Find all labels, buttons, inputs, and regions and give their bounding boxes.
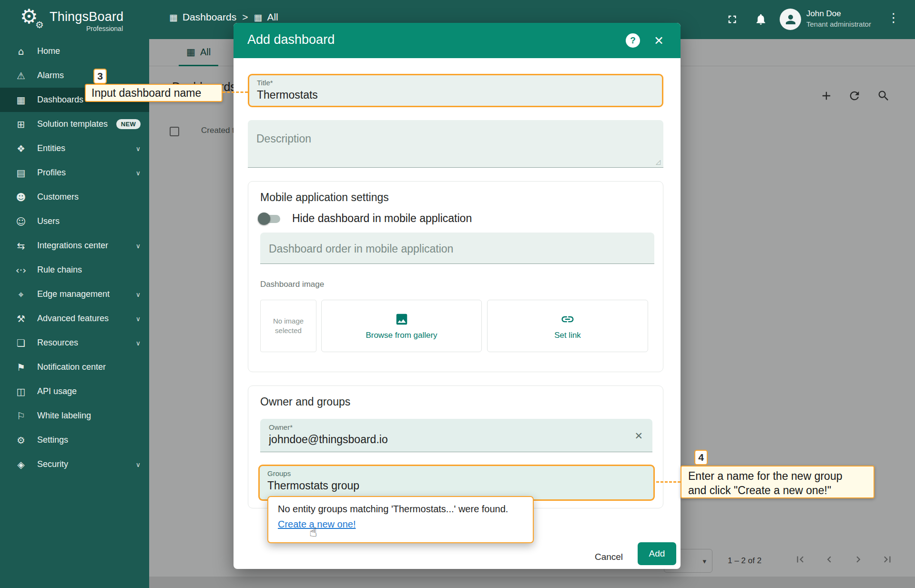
logo[interactable]: ⚙ ⚙ ThingsBoard Professional [0, 0, 149, 39]
groups-field-label: Groups [267, 469, 646, 478]
sidebar-item-integrations-center[interactable]: ⇆ Integrations center ∨ [0, 233, 149, 258]
sidebar-nav: ⌂ Home ⚠ Alarms ▦ Dashboards ⊞ Solution … [0, 39, 149, 476]
breadcrumb-all[interactable]: ▦ All [254, 11, 278, 23]
groups-input[interactable] [267, 478, 646, 492]
fullscreen-icon[interactable] [726, 13, 739, 26]
solution-templates-icon: ⊞ [14, 119, 28, 130]
title-field: Title* [248, 74, 663, 107]
step-3-text: Input dashboard name [92, 87, 201, 100]
sidebar-item-label: Home [37, 46, 60, 56]
home-icon: ⌂ [14, 46, 28, 57]
owner-input[interactable] [269, 432, 644, 446]
dashboards-icon: ▦ [14, 94, 28, 106]
clear-owner-icon[interactable]: ✕ [634, 430, 643, 442]
chevron-down-icon: ∨ [136, 242, 141, 250]
sidebar-item-label: Solution templates [37, 119, 108, 129]
kebab-menu-icon[interactable]: ⋮ [887, 11, 900, 24]
step-4-text-line2: and click "Create a new one!" [688, 483, 867, 497]
sidebar-item-customers[interactable]: ☻ Customers [0, 185, 149, 209]
no-image-text: No image [273, 316, 304, 326]
owner-groups-card: Owner and groups Owner* ✕ Groups [248, 385, 663, 508]
description-field: ◿ [248, 120, 663, 168]
sidebar-item-label: Customers [37, 192, 79, 202]
chevron-down-icon: ∨ [136, 339, 141, 347]
white-labeling-icon: ⚐ [14, 410, 28, 422]
user-name: John Doe [806, 9, 841, 19]
step-4-connector [656, 481, 681, 483]
add-dashboard-dialog: Add dashboard ? ✕ Title* ◿ Mobile applic… [234, 23, 681, 569]
sidebar-item-label: API usage [37, 386, 77, 396]
hide-dashboard-toggle-label: Hide dashboard in mobile application [292, 212, 472, 225]
resize-grip-icon[interactable]: ◿ [656, 158, 661, 165]
new-badge: NEW [116, 119, 141, 129]
no-match-message: No entity groups matching 'Thermostats..… [278, 504, 523, 515]
cursor-hand-icon: ☝ [309, 526, 317, 538]
sidebar-item-profiles[interactable]: ▤ Profiles ∨ [0, 161, 149, 185]
sidebar-item-white-labeling[interactable]: ⚐ White labeling [0, 404, 149, 428]
add-button[interactable]: Add [638, 542, 676, 565]
users-icon: ☺ [14, 216, 28, 227]
mobile-settings-heading: Mobile application settings [260, 191, 389, 204]
sidebar-item-security[interactable]: ◈ Security ∨ [0, 452, 149, 476]
entities-icon: ❖ [14, 143, 28, 154]
step-3-connector [223, 91, 248, 93]
sidebar-item-label: White labeling [37, 411, 91, 421]
description-textarea[interactable] [248, 120, 663, 167]
notifications-bell-icon[interactable] [754, 13, 767, 26]
sidebar-item-advanced-features[interactable]: ⚒ Advanced features ∨ [0, 306, 149, 331]
sidebar-item-label: Alarms [37, 71, 64, 81]
browse-gallery-button[interactable]: Browse from gallery [321, 300, 482, 352]
api-usage-icon: ◫ [14, 386, 28, 397]
security-icon: ◈ [14, 459, 28, 470]
sidebar-item-api-usage[interactable]: ◫ API usage [0, 379, 149, 404]
breadcrumb-dashboards[interactable]: ▦ Dashboards [169, 11, 236, 23]
sidebar-item-users[interactable]: ☺ Users [0, 209, 149, 233]
step-3-badge: 3 [93, 69, 107, 84]
title-input[interactable] [257, 87, 654, 101]
sidebar-item-entities[interactable]: ❖ Entities ∨ [0, 136, 149, 161]
breadcrumb-root-label: Dashboards [183, 11, 236, 23]
sidebar-item-label: Settings [37, 435, 68, 445]
user-avatar[interactable] [780, 9, 801, 30]
settings-icon: ⚙ [14, 435, 28, 446]
user-role: Tenant administrator [806, 20, 871, 28]
browse-gallery-label: Browse from gallery [366, 331, 437, 340]
sidebar-item-label: Edge management [37, 289, 110, 299]
integrations-icon: ⇆ [14, 240, 28, 252]
step-4-badge: 4 [694, 450, 708, 465]
sidebar-item-label: Rule chains [37, 265, 82, 275]
dashboard-order-field [260, 233, 654, 264]
step-4-callout: Enter a name for the new group and click… [681, 466, 874, 498]
hide-dashboard-toggle-knob[interactable] [258, 213, 270, 225]
group-icon: ▦ [254, 13, 262, 22]
screen: ⚙ ⚙ ThingsBoard Professional ⌂ Home ⚠ Al… [0, 0, 915, 588]
set-link-button[interactable]: Set link [487, 300, 648, 352]
owner-field-label: Owner* [269, 423, 644, 432]
sidebar-item-resources[interactable]: ❏ Resources ∨ [0, 331, 149, 355]
breadcrumb-separator: > [242, 11, 248, 23]
logo-title: ThingsBoard [50, 10, 123, 24]
sidebar-item-solution-templates[interactable]: ⊞ Solution templates NEW [0, 112, 149, 136]
sidebar-item-notification-center[interactable]: ⚑ Notification center [0, 355, 149, 379]
profiles-icon: ▤ [14, 167, 28, 179]
sidebar-item-home[interactable]: ⌂ Home [0, 39, 149, 63]
gallery-image-icon [395, 312, 409, 326]
sidebar-item-settings[interactable]: ⚙ Settings [0, 428, 149, 452]
close-icon[interactable]: ✕ [654, 34, 664, 48]
dialog-header: Add dashboard ? ✕ [234, 23, 681, 58]
no-image-text: selected [275, 326, 302, 335]
edge-management-icon: ⌖ [14, 289, 28, 300]
step-4-text-line1: Enter a name for the new group [688, 469, 867, 483]
no-image-preview: No image selected [260, 300, 316, 352]
logo-subtitle: Professional [50, 25, 123, 32]
link-icon [560, 312, 575, 326]
help-icon[interactable]: ? [626, 33, 640, 48]
dialog-title: Add dashboard [247, 32, 335, 47]
sidebar-item-label: Advanced features [37, 314, 109, 324]
sidebar-item-label: Resources [37, 338, 78, 348]
dashboard-order-input[interactable] [269, 241, 646, 255]
step-3-callout: Input dashboard name [85, 84, 223, 102]
sidebar-item-rule-chains[interactable]: ‹·› Rule chains [0, 258, 149, 282]
sidebar-item-edge-management[interactable]: ⌖ Edge management ∨ [0, 282, 149, 306]
cancel-button[interactable]: Cancel [584, 546, 634, 568]
